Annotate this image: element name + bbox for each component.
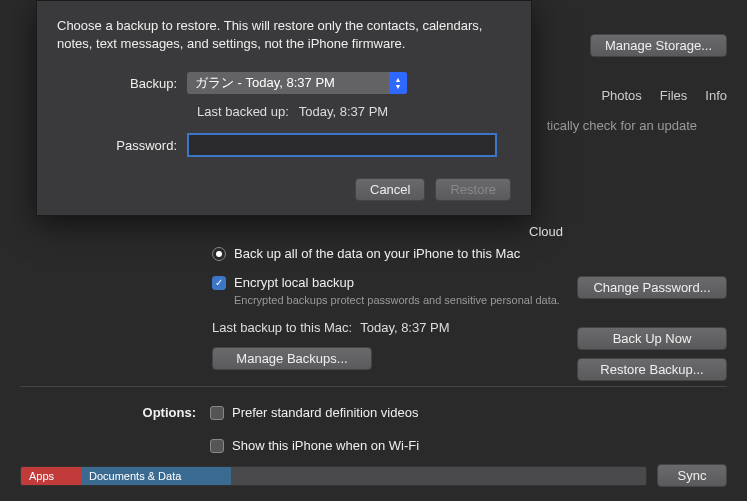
storage-segment-docs: Documents & Data: [81, 467, 231, 485]
backup-to-mac-label: Back up all of the data on your iPhone t…: [234, 246, 520, 261]
backup-label: Backup:: [57, 76, 187, 91]
encrypt-checkbox[interactable]: ✓: [212, 276, 226, 290]
backup-to-mac-radio[interactable]: [212, 247, 226, 261]
tab-info[interactable]: Info: [705, 88, 727, 103]
prefer-sd-label: Prefer standard definition videos: [232, 405, 418, 420]
show-wifi-label: Show this iPhone when on Wi-Fi: [232, 438, 419, 453]
last-backup-mac-label: Last backup to this Mac:: [212, 320, 352, 335]
restore-button[interactable]: Restore: [435, 178, 511, 201]
tab-bar: Photos Files Info: [601, 88, 727, 103]
prefer-sd-checkbox[interactable]: [210, 406, 224, 420]
restore-backup-button[interactable]: Restore Backup...: [577, 358, 727, 381]
back-up-now-button[interactable]: Back Up Now: [577, 327, 727, 350]
manage-storage-button[interactable]: Manage Storage...: [590, 34, 727, 57]
password-input[interactable]: [187, 133, 497, 157]
last-backup-mac-value: Today, 8:37 PM: [360, 320, 449, 335]
manage-backups-button[interactable]: Manage Backups...: [212, 347, 372, 370]
storage-segment-apps: Apps: [21, 467, 81, 485]
cancel-button[interactable]: Cancel: [355, 178, 425, 201]
chevron-updown-icon: ▲▼: [389, 72, 407, 94]
show-wifi-checkbox[interactable]: [210, 439, 224, 453]
password-label: Password:: [57, 138, 187, 153]
options-label: Options:: [20, 405, 196, 420]
background-text: tically check for an update: [547, 118, 697, 133]
backup-select-value: ガラン - Today, 8:37 PM: [195, 74, 335, 92]
last-backed-up-value: Today, 8:37 PM: [299, 104, 388, 119]
storage-bar: Apps Documents & Data: [20, 466, 647, 486]
sync-button[interactable]: Sync: [657, 464, 727, 487]
divider: [20, 386, 727, 387]
tab-photos[interactable]: Photos: [601, 88, 641, 103]
dialog-instruction: Choose a backup to restore. This will re…: [57, 17, 487, 52]
last-backed-up-label: Last backed up:: [197, 104, 289, 119]
encrypt-label: Encrypt local backup: [234, 275, 354, 290]
restore-backup-dialog: Choose a backup to restore. This will re…: [36, 0, 532, 216]
change-password-button[interactable]: Change Password...: [577, 276, 727, 299]
backup-select[interactable]: ガラン - Today, 8:37 PM ▲▼: [187, 72, 407, 94]
tab-files[interactable]: Files: [660, 88, 687, 103]
